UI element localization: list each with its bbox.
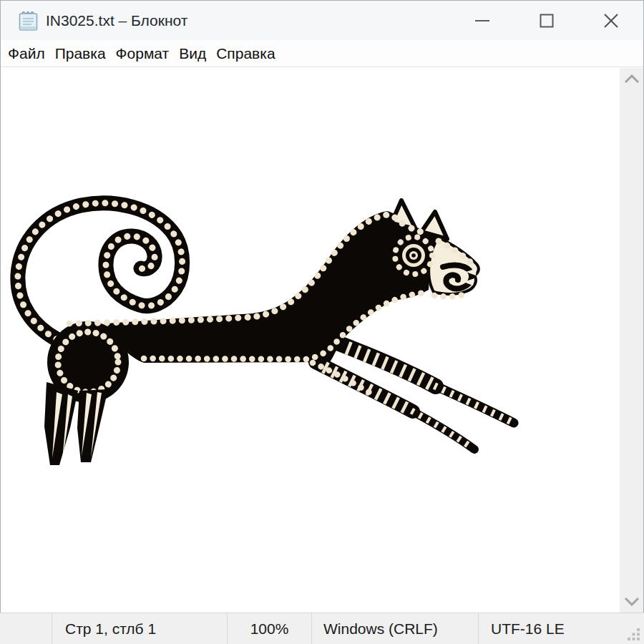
vertical-scrollbar[interactable] — [620, 68, 643, 613]
notepad-icon[interactable] — [19, 9, 38, 31]
status-encoding-cell: UTF-16 LE — [478, 613, 644, 644]
feline-body — [107, 211, 440, 363]
minimize-button[interactable] — [450, 1, 514, 40]
feline-tail — [18, 203, 182, 339]
title-bar[interactable]: IN3025.txt – Блокнот — [1, 1, 643, 40]
status-line-ending: Windows (CRLF) — [311, 613, 478, 644]
status-bar: Стр 1, стлб 1 100% Windows (CRLF) UTF-16… — [0, 613, 644, 644]
close-button[interactable] — [579, 1, 643, 40]
menu-help[interactable]: Справка — [211, 40, 280, 67]
status-encoding: UTF-16 LE — [491, 620, 565, 638]
status-cursor-position: Стр 1, стлб 1 — [52, 613, 227, 644]
status-spacer — [0, 613, 52, 644]
menu-edit[interactable]: Правка — [50, 40, 111, 67]
feline-hind-legs — [44, 382, 108, 465]
artwork-feline — [1, 68, 597, 613]
chevron-down-icon[interactable] — [624, 597, 640, 606]
notepad-window: IN3025.txt – Блокнот Файл Правка Формат … — [0, 0, 644, 644]
window-controls — [450, 1, 643, 40]
text-area[interactable] — [1, 68, 643, 613]
feline-forelegs — [316, 342, 514, 449]
menu-bar: Файл Правка Формат Вид Справка — [1, 40, 643, 67]
window-title: IN3025.txt – Блокнот — [46, 12, 187, 29]
maximize-icon — [540, 14, 554, 28]
status-zoom-level: 100% — [227, 613, 311, 644]
chevron-up-icon[interactable] — [624, 74, 640, 84]
menu-format[interactable]: Формат — [111, 40, 175, 67]
feline-muzzle — [429, 238, 479, 294]
resize-grip-icon[interactable] — [628, 628, 640, 641]
menu-view[interactable]: Вид — [174, 40, 211, 67]
menu-file[interactable]: Файл — [3, 40, 50, 67]
minimize-icon — [474, 19, 490, 22]
close-icon — [604, 14, 618, 28]
maximize-button[interactable] — [514, 1, 579, 40]
